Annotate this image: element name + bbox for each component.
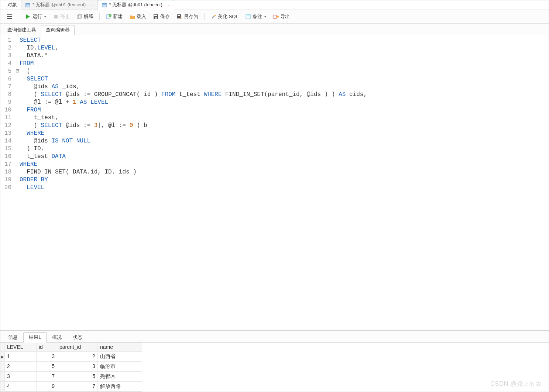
cell-id[interactable]: 7 <box>37 372 57 382</box>
play-icon <box>25 14 31 20</box>
line-number-gutter: 1234567891011121314151617181920 <box>0 35 14 330</box>
comment-label: 备注 <box>253 13 262 20</box>
tab-result1[interactable]: 结果1 <box>23 332 47 343</box>
svg-rect-13 <box>155 17 157 19</box>
results-grid[interactable]: LEVEL id parent_id name ▶132山西省253临汾市375… <box>0 343 549 392</box>
chevron-down-icon: ▾ <box>44 15 46 18</box>
svg-marker-4 <box>26 14 30 19</box>
svg-rect-3 <box>102 5 107 7</box>
note-icon <box>245 14 251 20</box>
svg-rect-2 <box>102 3 107 4</box>
floppy-arrow-icon <box>176 14 182 20</box>
row-handle-header <box>0 343 5 352</box>
col-header-id[interactable]: id <box>37 343 57 352</box>
cell-pid[interactable]: 5 <box>57 372 98 382</box>
fold-toggle-icon[interactable]: ⊟ <box>15 68 20 75</box>
new-button[interactable]: + 新建 <box>103 12 125 21</box>
save-as-button[interactable]: 另存为 <box>174 12 200 21</box>
svg-rect-0 <box>25 3 30 4</box>
explain-button[interactable]: 解释 <box>74 12 96 21</box>
separator <box>19 13 19 20</box>
row-indicator-icon <box>0 372 5 382</box>
table-row[interactable]: ▶132山西省 <box>0 352 549 362</box>
tab-query-1-label: * 无标题 @db01 (tencent) - ... <box>32 2 94 8</box>
tab-objects-label: 对象 <box>7 2 17 8</box>
comment-button[interactable]: 备注 ▾ <box>243 12 268 21</box>
main-toolbar: 运行 ▾ 停止 解释 + 新建 载入 保存 另存为 <box>0 10 549 24</box>
new-label: 新建 <box>113 13 123 20</box>
export-icon <box>273 14 279 20</box>
col-header-parent-id[interactable]: parent_id <box>57 343 98 352</box>
cell-name[interactable]: 尧都区 <box>98 372 142 382</box>
magic-wand-icon <box>210 14 216 20</box>
svg-rect-1 <box>25 5 30 7</box>
tab-query-1[interactable]: * 无标题 @db01 (tencent) - ... <box>21 0 98 10</box>
tab-query-2[interactable]: * 无标题 @db01 (tencent) - ... <box>98 0 175 10</box>
cell-id[interactable]: 3 <box>37 352 57 362</box>
tab-info[interactable]: 信息 <box>3 332 23 342</box>
stop-label: 停止 <box>60 13 70 20</box>
results-pane: 信息 结果1 概况 状态 LEVEL id parent_id name ▶13… <box>0 330 549 392</box>
separator <box>99 13 100 20</box>
row-indicator-icon: ▶ <box>0 352 5 362</box>
load-label: 载入 <box>137 13 146 20</box>
save-label: 保存 <box>160 13 170 20</box>
load-button[interactable]: 载入 <box>127 12 148 21</box>
tab-query-editor[interactable]: 查询编辑器 <box>41 25 75 35</box>
table-row[interactable]: 253临汾市 <box>0 362 549 372</box>
cell-level[interactable]: 4 <box>5 382 37 392</box>
save-button[interactable]: 保存 <box>151 12 172 21</box>
hamburger-icon <box>6 14 13 20</box>
tab-status[interactable]: 状态 <box>67 332 88 342</box>
run-label: 运行 <box>32 13 42 20</box>
cell-level[interactable]: 1 <box>5 352 37 362</box>
floppy-icon <box>153 14 159 20</box>
save-as-label: 另存为 <box>184 13 198 20</box>
row-indicator-icon <box>0 362 5 372</box>
export-button[interactable]: 导出 <box>271 12 292 21</box>
cell-id[interactable]: 5 <box>37 362 57 372</box>
cell-level[interactable]: 3 <box>5 372 37 382</box>
cell-pid[interactable]: 7 <box>57 382 98 392</box>
cell-pid[interactable]: 2 <box>57 352 98 362</box>
query-tab-icon <box>102 3 107 8</box>
svg-rect-20 <box>273 15 277 18</box>
beautify-button[interactable]: 美化 SQL <box>208 12 241 21</box>
table-row[interactable]: 497解放西路 <box>0 382 549 392</box>
watermark-text: CSDN @尧上有农 <box>490 380 542 388</box>
cell-name[interactable]: 解放西路 <box>98 382 142 392</box>
new-icon: + <box>106 14 111 20</box>
query-tab-icon <box>25 3 30 8</box>
tab-query-2-label: * 无标题 @db01 (tencent) - ... <box>109 2 171 8</box>
svg-text:+: + <box>109 14 110 17</box>
tab-profile[interactable]: 概况 <box>47 332 67 342</box>
stop-icon <box>53 14 59 20</box>
folder-open-icon <box>129 14 135 20</box>
tab-query-builder[interactable]: 查询创建工具 <box>3 25 41 35</box>
col-header-level[interactable]: LEVEL <box>5 343 37 352</box>
svg-rect-5 <box>54 15 58 18</box>
cell-name[interactable]: 山西省 <box>98 352 142 362</box>
cell-pid[interactable]: 3 <box>57 362 98 372</box>
cell-level[interactable]: 2 <box>5 362 37 372</box>
grid-header-row: LEVEL id parent_id name <box>0 343 549 352</box>
results-tabbar: 信息 结果1 概况 状态 <box>0 331 549 343</box>
svg-rect-12 <box>154 15 157 16</box>
beautify-label: 美化 SQL <box>218 13 239 20</box>
sql-editor[interactable]: 1234567891011121314151617181920 SELECT I… <box>0 35 549 330</box>
code-area[interactable]: SELECT ID.LEVEL, DATA.* FROM⊟ ( SELECT @… <box>14 35 367 330</box>
editor-subtabs: 查询创建工具 查询编辑器 <box>0 24 549 35</box>
explain-icon <box>76 14 82 20</box>
cell-name[interactable]: 临汾市 <box>98 362 142 372</box>
cell-id[interactable]: 9 <box>37 382 57 392</box>
col-header-name[interactable]: name <box>98 343 142 352</box>
tab-objects[interactable]: 对象 <box>3 0 21 10</box>
document-tabbar: 对象 * 无标题 @db01 (tencent) - ... * 无标题 @db… <box>0 0 549 10</box>
chevron-down-icon: ▾ <box>264 15 266 18</box>
menu-button[interactable] <box>4 13 15 21</box>
separator <box>204 13 205 20</box>
explain-label: 解释 <box>84 13 93 20</box>
run-button[interactable]: 运行 ▾ <box>23 12 48 21</box>
stop-button[interactable]: 停止 <box>51 12 72 21</box>
table-row[interactable]: 375尧都区 <box>0 372 549 382</box>
